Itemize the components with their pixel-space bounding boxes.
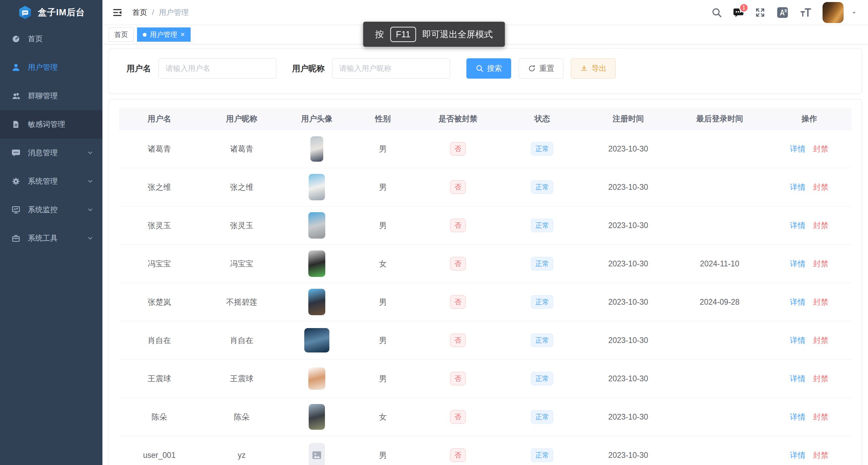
detail-link[interactable]: 详情 xyxy=(790,259,806,268)
image-placeholder-icon xyxy=(311,449,323,461)
navbar-left: 首页 / 用户管理 xyxy=(112,7,189,18)
banned-badge: 否 xyxy=(450,219,466,232)
nickname-input[interactable] xyxy=(332,58,450,79)
ban-link[interactable]: 封禁 xyxy=(813,336,829,345)
breadcrumb: 首页 / 用户管理 xyxy=(132,7,189,18)
cell-gender: 男 xyxy=(379,374,387,383)
main-area: 首页 / 用户管理 1 首页 × xyxy=(102,0,868,465)
user-avatar[interactable] xyxy=(308,289,325,315)
navbar: 首页 / 用户管理 1 xyxy=(102,0,868,25)
reset-button[interactable]: 重置 xyxy=(519,58,563,79)
breadcrumb-home[interactable]: 首页 xyxy=(132,7,147,18)
messages-button[interactable]: 1 xyxy=(733,7,744,18)
cell-register-time: 2023-10-30 xyxy=(608,221,648,230)
sidebar-menu: 首页 用户管理 群聊管理 敏感词管理 消息管理 系统管理 系统监控 系统工具 xyxy=(0,25,102,252)
app-title: 盒子IM后台 xyxy=(38,6,85,18)
sidebar-item-message-management[interactable]: 消息管理 xyxy=(0,139,102,167)
user-avatar[interactable] xyxy=(308,250,325,277)
detail-link[interactable]: 详情 xyxy=(790,183,806,191)
chevron-down-icon[interactable] xyxy=(850,9,858,16)
message-count-badge: 1 xyxy=(739,3,749,13)
export-button[interactable]: 导出 xyxy=(571,58,616,79)
detail-link[interactable]: 详情 xyxy=(790,374,806,383)
cell-register-time: 2023-10-30 xyxy=(608,412,648,421)
ban-link[interactable]: 封禁 xyxy=(813,221,829,230)
user-avatar[interactable] xyxy=(309,443,325,465)
chevron-down-icon xyxy=(87,206,94,213)
tag-home[interactable]: 首页 × xyxy=(109,27,134,42)
table-column-header: 是否被封禁 xyxy=(416,108,500,130)
ban-link[interactable]: 封禁 xyxy=(813,183,829,191)
detail-link[interactable]: 详情 xyxy=(790,144,806,153)
table-row: 陈朵 陈朵 女 否 正常 2023-10-30 详情封禁 xyxy=(119,398,851,436)
cell-nickname: 诸葛青 xyxy=(230,144,253,153)
navbar-right: 1 xyxy=(711,2,858,23)
table-body: 诸葛青 诸葛青 男 否 正常 2023-10-30 详情封禁 张之维 张之维 男… xyxy=(119,130,851,465)
font-size-icon[interactable] xyxy=(799,6,812,19)
nickname-label: 用户昵称 xyxy=(292,63,325,74)
status-badge: 正常 xyxy=(531,180,553,194)
sidebar-item-user-management[interactable]: 用户管理 xyxy=(0,53,102,82)
detail-link[interactable]: 详情 xyxy=(790,412,806,421)
ban-link[interactable]: 封禁 xyxy=(813,451,829,460)
app-logo[interactable]: 盒子IM后台 xyxy=(0,0,102,25)
status-badge: 正常 xyxy=(531,295,553,309)
gear-icon xyxy=(12,177,20,186)
table-column-header: 注册时间 xyxy=(584,108,672,130)
sidebar-collapse-button[interactable] xyxy=(112,7,123,18)
cell-username: 张之维 xyxy=(148,183,171,191)
user-avatar[interactable] xyxy=(308,367,325,390)
status-badge: 正常 xyxy=(531,257,553,270)
sidebar-item-label: 群聊管理 xyxy=(28,91,94,101)
table-row: 肖自在 肖自在 男 否 正常 2023-10-30 详情封禁 xyxy=(119,321,851,360)
ban-link[interactable]: 封禁 xyxy=(813,259,829,268)
table-column-header: 操作 xyxy=(767,108,851,130)
search-icon[interactable] xyxy=(711,7,722,18)
tag-user-management[interactable]: 用户管理 × xyxy=(137,27,191,42)
sidebar-item-system-monitor[interactable]: 系统监控 xyxy=(0,196,102,224)
cell-username: 张楚岚 xyxy=(148,298,171,306)
toast-prefix: 按 xyxy=(375,28,384,40)
cell-username: 张灵玉 xyxy=(148,221,171,230)
user-avatar[interactable] xyxy=(309,404,325,430)
user-avatar[interactable] xyxy=(309,174,325,200)
ban-link[interactable]: 封禁 xyxy=(813,298,829,306)
user-avatar[interactable] xyxy=(308,212,325,239)
table-row: 张之维 张之维 男 否 正常 2023-10-30 详情封禁 xyxy=(119,168,851,206)
detail-link[interactable]: 详情 xyxy=(790,221,806,230)
detail-link[interactable]: 详情 xyxy=(790,336,806,345)
sidebar-item-system-management[interactable]: 系统管理 xyxy=(0,167,102,196)
table-header-row: 用户名 用户昵称 用户头像 性别 是否被封禁 状态 注册时间 最后登录时间 操作 xyxy=(119,108,851,130)
ban-link[interactable]: 封禁 xyxy=(813,412,829,421)
detail-link[interactable]: 详情 xyxy=(790,298,806,306)
sidebar-item-label: 用户管理 xyxy=(28,62,94,73)
detail-link[interactable]: 详情 xyxy=(790,451,806,460)
cell-register-time: 2023-10-30 xyxy=(608,259,648,268)
avatar[interactable] xyxy=(823,2,844,23)
cell-username: 肖自在 xyxy=(148,336,171,345)
cell-username: 陈朵 xyxy=(152,412,167,421)
sidebar-item-label: 首页 xyxy=(28,34,94,44)
cell-gender: 男 xyxy=(379,451,387,460)
sidebar-item-home[interactable]: 首页 xyxy=(0,25,102,53)
sidebar-item-label: 系统工具 xyxy=(28,233,79,243)
ban-link[interactable]: 封禁 xyxy=(813,144,829,153)
table-column-header: 最后登录时间 xyxy=(672,108,767,130)
close-icon[interactable]: × xyxy=(180,31,185,38)
status-badge: 正常 xyxy=(531,219,553,232)
fullscreen-icon[interactable] xyxy=(755,7,766,18)
active-dot xyxy=(143,33,147,37)
sidebar-item-group-management[interactable]: 群聊管理 xyxy=(0,82,102,110)
status-badge: 正常 xyxy=(531,372,553,385)
username-input[interactable] xyxy=(158,58,276,79)
user-avatar[interactable] xyxy=(304,328,329,352)
table-column-header: 状态 xyxy=(500,108,584,130)
banned-badge: 否 xyxy=(450,180,466,194)
sidebar-item-system-tools[interactable]: 系统工具 xyxy=(0,224,102,252)
sidebar-item-sensitive-words[interactable]: 敏感词管理 xyxy=(0,110,102,139)
language-icon[interactable] xyxy=(776,6,789,19)
search-button[interactable]: 搜索 xyxy=(466,58,511,79)
user-avatar[interactable] xyxy=(310,136,323,162)
ban-link[interactable]: 封禁 xyxy=(813,374,829,383)
cell-gender: 女 xyxy=(379,259,387,268)
